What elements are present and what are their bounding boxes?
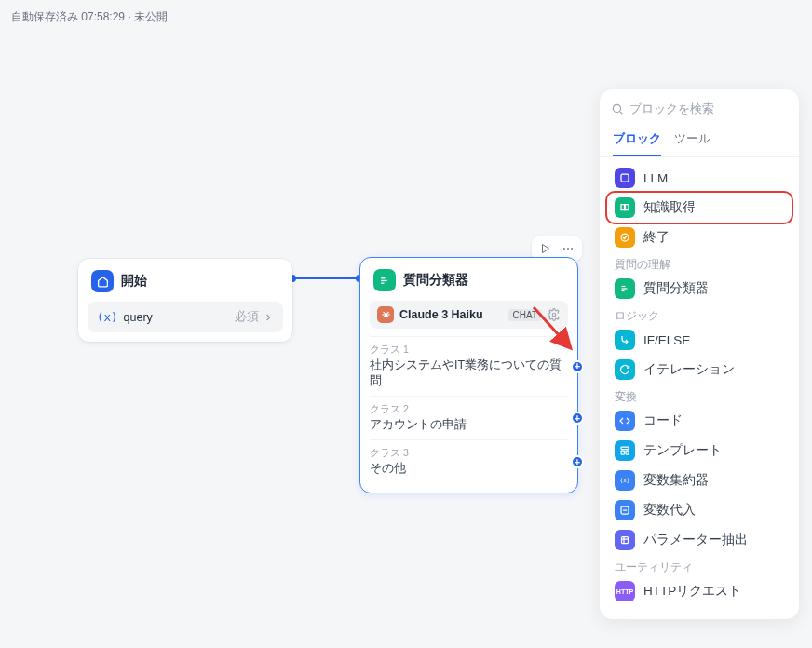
gear-icon[interactable] [548,308,561,321]
node-start[interactable]: 開始 (x) query 必須 [78,259,292,342]
block-label: IF/ELSE [643,333,690,347]
block-template[interactable]: テンプレート [607,436,792,466]
svg-point-9 [613,104,620,112]
tab-tools[interactable]: ツール [674,125,710,156]
search-icon [611,102,624,115]
node-question-classifier[interactable]: 質問分類器 ✳ Claude 3 Haiku CHAT クラス 1 社内システム… [359,257,578,493]
search-placeholder: ブロックを検索 [629,101,714,117]
block-parameter-extractor[interactable]: パラメーター抽出 [607,525,792,555]
svg-point-2 [567,248,569,250]
publish-status: 未公開 [134,10,168,23]
block-label: パラメーター抽出 [643,532,748,548]
svg-rect-16 [621,447,629,450]
class-item-1[interactable]: クラス 1 社内システムやIT業務についての質問 + [370,336,568,396]
required-label: 必須 [235,309,259,325]
code-icon [615,411,635,431]
svg-rect-22 [622,537,629,544]
section-transform: 変換 [607,385,792,406]
assign-icon [615,500,635,520]
block-if-else[interactable]: IF/ELSE [607,325,792,355]
block-label: LLM [643,171,668,185]
block-knowledge-retrieval[interactable]: 知識取得 [607,193,792,223]
section-logic: ロジック [607,304,792,325]
http-icon: HTTP [615,581,635,601]
variable-name: query [124,311,153,324]
svg-point-1 [563,248,565,250]
svg-text:{x}: {x} [620,477,630,483]
class-list: クラス 1 社内システムやIT業務についての質問 + クラス 2 アカウントの申… [360,336,577,493]
block-http-request[interactable]: HTTP HTTPリクエスト [607,576,792,606]
param-icon [615,530,635,550]
svg-point-3 [571,248,573,250]
model-selector[interactable]: ✳ Claude 3 Haiku CHAT [370,301,568,329]
block-question-classifier[interactable]: 質問分類器 [607,274,792,304]
tab-blocks[interactable]: ブロック [613,125,661,156]
svg-line-10 [620,112,622,114]
block-code[interactable]: コード [607,406,792,436]
block-label: 変数集約器 [643,472,709,489]
svg-marker-0 [543,245,549,253]
block-label: コード [643,412,683,429]
chat-badge: CHAT [508,309,542,321]
panel-search[interactable]: ブロックを検索 [611,101,788,117]
separator: · [128,10,130,23]
class-item-2[interactable]: クラス 2 アカウントの申請 + [370,396,568,439]
class-item-3[interactable]: クラス 3 その他 + [370,439,568,483]
output-port-2[interactable]: + [571,412,584,425]
block-llm[interactable]: LLM [607,163,792,193]
anthropic-icon: ✳ [377,306,394,323]
block-label: 知識取得 [643,199,696,216]
class-label: クラス 1 [370,344,568,357]
block-label: 終了 [643,229,670,246]
section-question: 質問の理解 [607,252,792,274]
class-label: クラス 3 [370,447,568,460]
block-label: 変数代入 [643,502,696,519]
blocks-panel: ブロックを検索 ブロック ツール LLM 知識取得 終了 質問の理解 質問分類器… [600,89,799,619]
node-classifier-header: 質問分類器 [360,258,577,301]
run-button[interactable] [537,240,554,257]
edge-start-to-classifier[interactable] [292,277,359,279]
variable-icon: (x) [97,310,118,324]
home-icon [91,270,114,292]
panel-tabs: ブロック ツール [600,125,799,157]
chevron-right-icon [263,312,274,323]
class-text: その他 [370,461,568,477]
node-classifier-title: 質問分類器 [403,272,468,289]
block-label: テンプレート [643,442,722,459]
section-utility: ユーティリティ [607,555,792,576]
node-start-title: 開始 [121,273,147,290]
iteration-icon [615,359,635,380]
class-text: 社内システムやIT業務についての質問 [370,358,568,389]
llm-icon [615,168,635,188]
more-button[interactable] [560,240,576,257]
svg-rect-17 [621,451,625,454]
autosave-text: 自動保存済み 07:58:29 [11,10,125,23]
output-port-1[interactable]: + [571,360,584,373]
template-icon [615,440,635,461]
ifelse-icon [615,330,635,350]
block-label: HTTPリクエスト [643,583,741,600]
svg-point-7 [552,313,556,317]
block-variable-assign[interactable]: 変数代入 [607,495,792,525]
output-port-3[interactable]: + [571,455,584,468]
block-label: 質問分類器 [643,280,709,297]
end-icon [615,227,635,248]
block-end[interactable]: 終了 [607,223,792,252]
knowledge-icon [615,197,635,218]
node-start-header: 開始 [78,259,292,302]
svg-rect-18 [626,451,629,454]
block-iteration[interactable]: イテレーション [607,355,792,385]
svg-rect-11 [621,174,629,182]
class-label: クラス 2 [370,403,568,416]
status-bar: 自動保存済み 07:58:29 · 未公開 [11,9,168,25]
block-label: イテレーション [643,361,735,378]
classifier-list-icon [615,278,635,299]
aggregator-icon: {x} [615,470,635,491]
block-variable-aggregator[interactable]: {x} 変数集約器 [607,466,792,495]
classifier-icon [373,269,396,291]
variable-row-query[interactable]: (x) query 必須 [88,302,283,332]
model-name: Claude 3 Haiku [399,308,503,321]
class-text: アカウントの申請 [370,417,568,433]
panel-list: LLM 知識取得 終了 質問の理解 質問分類器 ロジック IF/ELSE イテレ… [600,157,799,612]
